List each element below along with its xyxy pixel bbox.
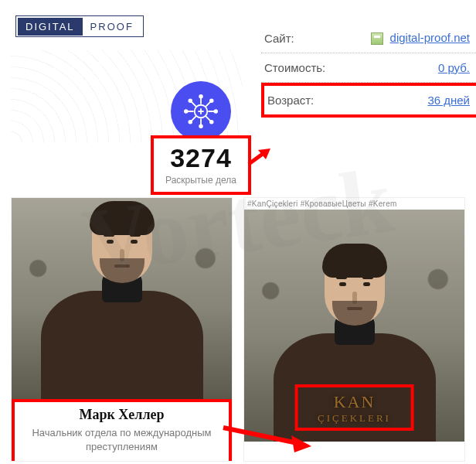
show-title-line2: ÇIÇEKLERI: [318, 412, 391, 425]
logo-part-right: PROOF: [83, 18, 141, 36]
info-row-cost: Стоимость: 0 руб.: [261, 53, 476, 83]
svg-point-12: [210, 121, 213, 124]
annotation-arrow-icon: [220, 421, 313, 452]
profile-name: Марк Хеллер: [21, 407, 223, 423]
profile-card-left: Марк Хеллер Начальник отдела по междунар…: [11, 197, 233, 462]
info-row-age: Возраст: 36 дней: [261, 83, 476, 118]
svg-point-8: [214, 110, 217, 113]
hashtags: #KanÇiçekleri #КровавыеЦветы #Kerem: [244, 198, 464, 210]
stat-label: Раскрытые дела: [163, 175, 239, 186]
stat-highlight-box: 3274 Раскрытые дела: [151, 135, 251, 195]
virus-icon: [171, 81, 231, 142]
annotation-arrow-icon: [247, 147, 270, 170]
svg-point-10: [189, 99, 192, 102]
info-table: Сайт: digital-proof.net Стоимость: 0 руб…: [261, 23, 476, 118]
cost-link[interactable]: 0 руб.: [438, 61, 470, 74]
svg-line-21: [223, 428, 298, 443]
stat-block: 3274 Раскрытые дела: [151, 81, 251, 195]
info-row-site: Сайт: digital-proof.net: [261, 23, 476, 53]
brand-logo: DIGITAL PROOF: [15, 15, 144, 37]
show-title-line1: KAN: [318, 392, 391, 412]
caption-highlight-box: Марк Хеллер Начальник отдела по междунар…: [12, 399, 232, 461]
profile-role: Начальник отдела по международным престу…: [21, 426, 223, 453]
stat-number: 3274: [163, 143, 239, 173]
info-label: Возраст:: [267, 94, 314, 107]
site-link[interactable]: digital-proof.net: [390, 31, 470, 44]
svg-point-14: [210, 99, 213, 102]
source-photo: KAN ÇIÇEKLERI: [244, 210, 464, 442]
svg-point-16: [189, 121, 192, 124]
info-label: Сайт:: [264, 32, 294, 45]
svg-point-6: [185, 110, 188, 113]
page-icon: [371, 32, 383, 45]
profile-photo: [12, 198, 232, 399]
svg-marker-22: [291, 435, 311, 452]
info-label: Стоимость:: [264, 61, 325, 74]
svg-point-4: [199, 125, 202, 128]
logo-part-left: DIGITAL: [18, 18, 83, 36]
age-link[interactable]: 36 дней: [427, 94, 470, 107]
svg-point-2: [199, 95, 202, 98]
